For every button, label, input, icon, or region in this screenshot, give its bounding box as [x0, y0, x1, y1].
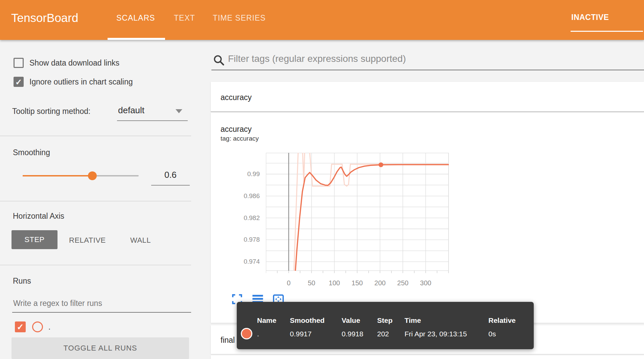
status-underline	[571, 31, 643, 32]
tooltip-col-time: Time	[405, 316, 421, 325]
run-color-dot	[241, 328, 252, 339]
tooltip-raw-value: 0.9918	[342, 330, 363, 338]
section-title: accuracy	[221, 93, 252, 102]
run-checkbox[interactable]: ✓	[15, 321, 26, 332]
accuracy-chart[interactable]	[266, 153, 449, 274]
chevron-down-icon[interactable]	[176, 109, 182, 113]
divider	[0, 201, 191, 201]
tooltip-sort-underline	[117, 120, 188, 121]
axis-step-button[interactable]: STEP	[12, 230, 58, 249]
tooltip-time-value: Fri Apr 23, 09:13:15	[405, 330, 467, 338]
tooltip-smoothed-value: 0.9917	[290, 330, 312, 338]
toggle-all-runs-button[interactable]: TOGGLE ALL RUNS	[12, 337, 189, 359]
runs-label: Runs	[13, 277, 31, 286]
ignore-outliers-checkbox[interactable]: ✓	[14, 77, 24, 87]
tooltip-col-smoothed: Smoothed	[290, 316, 325, 325]
next-chart-card-edge	[211, 355, 644, 359]
tooltip-col-step: Step	[377, 316, 393, 325]
tooltip-relative-value: 0s	[488, 330, 496, 338]
tooltip-sort-label: Tooltip sorting method:	[12, 107, 90, 116]
tab-scalars[interactable]: SCALARS	[116, 14, 155, 23]
chart-title: accuracy	[221, 125, 252, 134]
app-title: TensorBoard	[11, 11, 78, 25]
tooltip-sort-select[interactable]: default	[118, 105, 144, 116]
ignore-outliers-label: Ignore outliers in chart scaling	[29, 77, 133, 87]
smoothing-slider-handle[interactable]	[88, 171, 97, 180]
tooltip-step-value: 202	[377, 330, 389, 338]
tab-time-series[interactable]: TIME SERIES	[213, 14, 266, 23]
run-color-swatch[interactable]	[32, 321, 43, 332]
smoothing-value-underline	[151, 185, 190, 186]
filter-tags-input[interactable]: Filter tags (regular expressions support…	[228, 53, 406, 64]
search-icon	[213, 54, 225, 66]
axis-relative-button[interactable]: RELATIVE	[69, 236, 106, 245]
tooltip-col-name: Name	[257, 316, 276, 325]
show-download-links-checkbox[interactable]	[14, 58, 24, 68]
tooltip-run-name: .	[257, 330, 259, 338]
app-header: TensorBoard SCALARS TEXT TIME SERIES INA…	[0, 0, 644, 40]
runs-filter-input[interactable]: Write a regex to filter runs	[13, 299, 102, 308]
divider	[0, 265, 191, 265]
tooltip-col-value: Value	[342, 316, 360, 325]
tooltip-col-relative: Relative	[488, 316, 516, 325]
show-download-links-label: Show data download links	[29, 58, 119, 68]
smoothing-label: Smoothing	[13, 148, 50, 157]
accuracy-chart-card: accuracy tag: accuracy 0.990.9860.9820.9…	[211, 113, 644, 323]
run-name-label: .	[48, 321, 50, 332]
chart-tag: tag: accuracy	[221, 135, 259, 142]
smoothing-value-input[interactable]: 0.6	[151, 170, 190, 180]
horizontal-axis-label: Horizontal Axis	[13, 212, 64, 221]
tab-text[interactable]: TEXT	[174, 14, 195, 23]
filter-tags-underline	[211, 70, 644, 70]
chart-hover-tooltip: Name Smoothed Value Step Time Relative .…	[237, 302, 534, 349]
status-dropdown[interactable]: INACTIVE	[571, 13, 609, 22]
smoothing-slider-fill	[23, 175, 92, 176]
axis-wall-button[interactable]: WALL	[130, 236, 151, 245]
section-title: final	[221, 336, 235, 345]
runs-filter-underline	[12, 312, 191, 313]
active-tab-underline	[108, 38, 165, 40]
divider	[0, 136, 191, 136]
section-header-accuracy[interactable]: accuracy	[211, 82, 644, 112]
